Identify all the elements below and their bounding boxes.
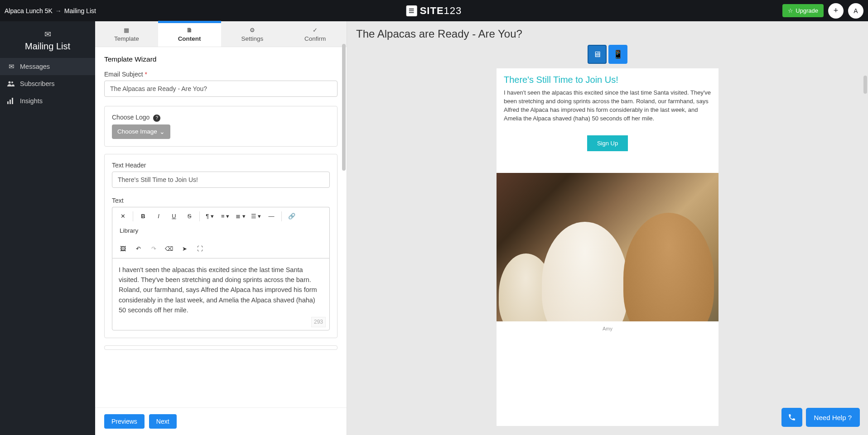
breadcrumb-page[interactable]: Mailing List [64,7,96,14]
label-choose-logo: Choose Logo ? [112,114,330,122]
image-icon[interactable]: 🖼 [116,243,130,255]
alpaca-illustration [623,213,714,321]
editor-toolbar: ✕ B I U S ¶ ▾ ≡ ▾ ≣ ▾ ☰ ▾ — 🔗 Library [112,207,330,258]
phone-icon [788,413,796,421]
panel-body[interactable]: Template Wizard Email Subject * Choose L… [95,47,347,407]
svg-rect-3 [10,100,11,104]
mobile-icon: 📱 [613,49,623,59]
italic-icon[interactable]: I [152,210,165,223]
paragraph-icon[interactable]: ¶ ▾ [203,210,217,223]
align-icon[interactable]: ≡ ▾ [218,210,232,223]
help-widget: Need Help ? [781,408,860,427]
phone-help-button[interactable] [781,408,802,427]
alpaca-illustration [542,222,628,321]
logo-icon: ≡ [406,5,417,16]
breadcrumb: Alpaca Lunch 5K → Mailing List [5,7,96,14]
tab-confirm[interactable]: ✓ Confirm [284,21,347,47]
label-text: Text [112,197,330,204]
tab-content[interactable]: 🗎 Content [158,21,221,47]
svg-rect-4 [12,98,13,104]
add-button[interactable]: + [828,3,844,19]
panel-footer: Previews Next [95,407,347,435]
file-icon: 🗎 [158,27,221,33]
device-toggle: 🖥 📱 [347,45,868,64]
sidebar-header: ✉ Mailing List [0,21,95,58]
tab-template[interactable]: ▦ Template [95,21,158,47]
breadcrumb-site[interactable]: Alpaca Lunch 5K [5,7,53,14]
sidebar: ✉ Mailing List ✉ Messages Subscribers In… [0,21,95,435]
editor-panel: ▦ Template 🗎 Content ⚙ Settings ✓ Confir… [95,21,347,435]
tab-settings[interactable]: ⚙ Settings [221,21,284,47]
field-email-subject: Email Subject * [104,71,338,97]
sidebar-item-messages[interactable]: ✉ Messages [0,58,95,75]
users-icon [7,81,15,87]
cursor-icon[interactable]: ➤ [178,243,191,255]
fullscreen-icon[interactable]: ⛶ [193,243,207,255]
label-text-header: Text Header [112,162,330,169]
svg-point-0 [9,81,11,84]
link-icon[interactable]: 🔗 [285,210,299,223]
choose-image-button[interactable]: Choose Image ⌄ [112,124,170,139]
topbar-actions: ☆ Upgrade + A [782,3,863,19]
gear-icon: ⚙ [221,27,284,33]
unordered-list-icon[interactable]: ☰ ▾ [249,210,263,223]
logo-card: Choose Logo ? Choose Image ⌄ [104,106,338,147]
upgrade-button[interactable]: ☆ Upgrade [782,4,824,17]
preview-scroll[interactable]: There's Still Time to Join Us! I haven't… [347,68,868,435]
scrollbar[interactable] [342,47,346,171]
email-image [497,173,719,321]
hr-icon[interactable]: — [265,210,278,223]
label-email-subject: Email Subject * [104,71,338,78]
chevron-right-icon: → [55,7,62,14]
svg-rect-2 [7,101,9,104]
previews-button[interactable]: Previews [104,414,145,429]
sidebar-item-label: Messages [20,63,50,70]
top-bar: Alpaca Lunch 5K → Mailing List ≡ SITE123… [0,0,868,21]
close-icon[interactable]: ✕ [116,210,130,223]
library-button[interactable]: Library [116,225,142,237]
eraser-icon[interactable]: ⌫ [162,243,176,255]
avatar[interactable]: A [848,3,863,19]
email-footer: Amy [497,321,719,333]
next-card-peek [104,345,338,350]
sidebar-item-label: Subscribers [20,80,55,87]
ordered-list-icon[interactable]: ≣ ▾ [234,210,247,223]
help-icon[interactable]: ? [153,115,160,122]
text-header-input[interactable] [112,172,330,188]
wizard-tabs: ▦ Template 🗎 Content ⚙ Settings ✓ Confir… [95,21,347,47]
desktop-icon: 🖥 [593,50,601,59]
envelope-icon: ✉ [0,29,95,39]
editor-body[interactable]: I haven't seen the alpacas this excited … [112,258,330,330]
sidebar-item-insights[interactable]: Insights [0,92,95,110]
char-count: 293 [311,317,326,327]
scrollbar[interactable] [863,76,867,94]
underline-icon[interactable]: U [167,210,181,223]
redo-icon[interactable]: ↷ [147,243,160,255]
site-logo[interactable]: ≡ SITE123 [406,5,462,17]
need-help-button[interactable]: Need Help ? [806,408,860,427]
sidebar-item-subscribers[interactable]: Subscribers [0,75,95,92]
preview-title: The Alpacas are Ready - Are You? [347,21,868,45]
grid-icon: ▦ [95,27,158,33]
star-icon: ☆ [788,7,793,14]
email-header: There's Still Time to Join Us! [504,75,711,85]
bold-icon[interactable]: B [136,210,150,223]
mobile-view-button[interactable]: 📱 [608,45,627,64]
email-preview: There's Still Time to Join Us! I haven't… [497,68,719,426]
strike-icon[interactable]: S [183,210,196,223]
wizard-title: Template Wizard [104,55,338,63]
email-body: I haven't seen the alpacas this excited … [504,89,711,123]
svg-point-1 [11,81,13,83]
text-card: Text Header Text ✕ B I U S ¶ ▾ ≡ ▾ ≣ ▾ ☰… [104,154,338,338]
preview-area: The Alpacas are Ready - Are You? 🖥 📱 The… [347,21,868,435]
next-button[interactable]: Next [149,414,177,429]
sidebar-item-label: Insights [20,97,43,105]
email-subject-input[interactable] [104,81,338,97]
chevron-down-icon: ⌄ [159,128,165,135]
desktop-view-button[interactable]: 🖥 [588,45,607,64]
undo-icon[interactable]: ↶ [131,243,145,255]
envelope-icon: ✉ [7,63,15,70]
check-icon: ✓ [284,27,347,33]
signup-button[interactable]: Sign Up [587,135,628,151]
chart-icon [7,98,15,104]
